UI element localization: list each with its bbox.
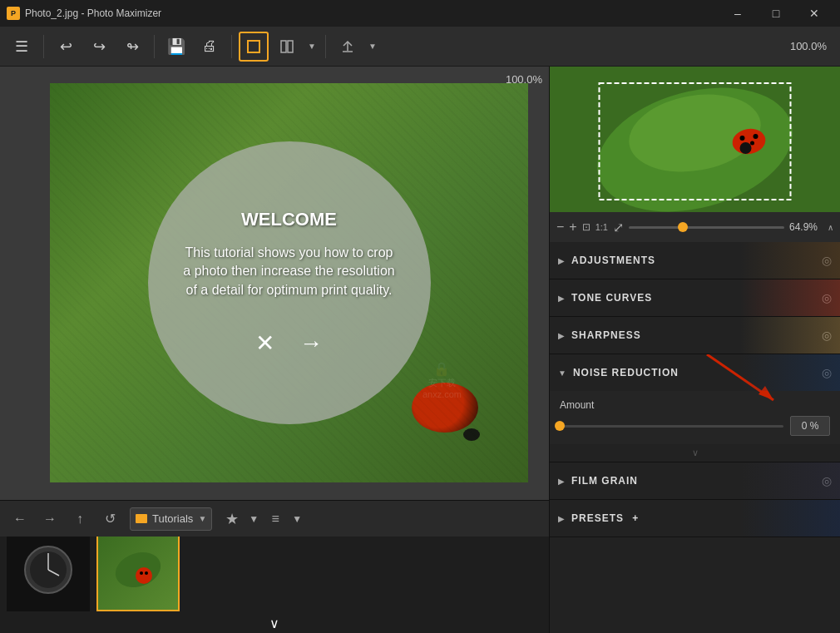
zoom-fit-button[interactable]: ⊡ — [582, 221, 590, 233]
print-button[interactable]: 🖨 — [195, 32, 225, 62]
thumbnail-image-leaf — [96, 537, 180, 611]
folder-selector[interactable]: Tutorials ▼ — [130, 507, 212, 531]
photo-canvas: WELCOME This tutorial shows you how to c… — [50, 83, 528, 482]
zoom-slider-handle[interactable] — [678, 222, 688, 232]
redo2-button[interactable]: ↬ — [117, 32, 147, 62]
noise-reduction-header[interactable]: ▼ NOISE REDUCTION ◎ — [550, 354, 840, 391]
star-button[interactable]: ★ — [219, 506, 245, 532]
zoom-value: 64.9% — [789, 221, 818, 233]
main-layout: 100.0% WELCOME This tutorial shows you h… — [0, 67, 840, 633]
preview-image — [550, 67, 840, 212]
export-button[interactable] — [333, 32, 363, 62]
svg-rect-2 — [288, 41, 293, 52]
sharpness-caret: ▶ — [558, 331, 565, 340]
save-button[interactable]: 💾 — [161, 32, 191, 62]
tutorial-close-icon[interactable]: ✕ — [255, 329, 274, 357]
nav-forward-button[interactable]: → — [37, 506, 63, 532]
thumbnail-image-watch — [7, 537, 90, 611]
folder-name: Tutorials — [152, 512, 193, 525]
photo-background: WELCOME This tutorial shows you how to c… — [50, 83, 528, 482]
minimize-button[interactable]: – — [719, 0, 757, 27]
nav-up-button[interactable]: ↑ — [67, 506, 93, 532]
export-caret-button[interactable]: ▼ — [366, 32, 379, 62]
tutorial-next-icon[interactable]: → — [299, 330, 323, 357]
preview-thumbnail — [550, 67, 840, 212]
nav-bar: ← → ↑ ↺ Tutorials ▼ ★ ▼ ≡ ▼ — [0, 500, 549, 537]
svg-rect-1 — [281, 41, 286, 52]
amount-slider-row: 0 % — [560, 416, 830, 436]
sharpness-section: ▶ SHARPNESS ◎ — [550, 317, 840, 354]
amount-label: Amount — [560, 399, 830, 411]
filter-button[interactable]: ≡ — [262, 506, 289, 532]
toolbar-separator-4 — [325, 35, 326, 58]
tutorial-overlay: WELCOME This tutorial shows you how to c… — [148, 141, 431, 424]
presets-bg — [740, 500, 840, 537]
maximize-button[interactable]: □ — [757, 0, 795, 27]
sharpness-header[interactable]: ▶ SHARPNESS ◎ — [550, 317, 840, 354]
zoom-out-button[interactable]: − — [556, 220, 564, 235]
amount-slider-handle[interactable] — [555, 421, 565, 431]
right-panel: − + ⊡ 1:1 ⤢ 64.9% ∧ ▶ ADJUSTMENTS ◎ — [549, 67, 840, 633]
thumbnail-item[interactable]: Photo_2.jpg — [96, 537, 180, 614]
svg-point-19 — [754, 134, 758, 139]
film-grain-caret: ▶ — [558, 477, 565, 486]
tone-curves-caret: ▶ — [558, 294, 565, 303]
presets-header[interactable]: ▶ PRESETS + — [550, 500, 840, 537]
redo-button[interactable]: ↪ — [84, 32, 114, 62]
adjustments-section: ▶ ADJUSTMENTS ◎ — [550, 242, 840, 279]
folder-icon — [136, 514, 147, 523]
star-caret[interactable]: ▼ — [249, 513, 259, 525]
app-icon: P — [7, 7, 20, 20]
zoom-chevron-up[interactable]: ∧ — [828, 223, 833, 232]
noise-reduction-bg — [740, 354, 840, 391]
panel-sections: ▶ ADJUSTMENTS ◎ ▶ TONE CURVES ◎ ▶ — [550, 242, 840, 633]
filter-caret[interactable]: ▼ — [292, 513, 302, 525]
view-split-button[interactable] — [272, 32, 302, 62]
svg-point-11 — [140, 571, 143, 575]
tone-curves-section: ▶ TONE CURVES ◎ — [550, 279, 840, 317]
nav-rotate-button[interactable]: ↺ — [96, 506, 123, 532]
presets-section: ▶ PRESETS + — [550, 500, 840, 537]
svg-point-18 — [740, 136, 745, 141]
amount-value[interactable]: 0 % — [790, 416, 830, 436]
zoom-in-button[interactable]: + — [569, 220, 576, 235]
undo-button[interactable]: ↩ — [51, 32, 81, 62]
sharpness-bg — [740, 317, 840, 354]
zoom-controls: − + ⊡ 1:1 ⤢ 64.9% ∧ — [550, 212, 840, 242]
view-caret-button[interactable]: ▼ — [305, 32, 319, 62]
adjustments-header[interactable]: ▶ ADJUSTMENTS ◎ — [550, 242, 840, 279]
svg-rect-0 — [248, 41, 259, 52]
title-bar: P Photo_2.jpg - Photo Maximizer – □ ✕ — [0, 0, 840, 27]
presets-caret: ▶ — [558, 514, 565, 523]
noise-reduction-section: ▼ NOISE REDUCTION ◎ Amount 0 % ∨ — [550, 354, 840, 462]
canvas-area[interactable]: 100.0% WELCOME This tutorial shows you h… — [0, 67, 549, 500]
svg-point-10 — [136, 567, 152, 584]
folder-caret: ▼ — [198, 514, 206, 523]
nav-back-button[interactable]: ← — [7, 506, 33, 532]
svg-point-17 — [740, 142, 752, 154]
svg-point-20 — [750, 141, 754, 146]
zoom-expand-button[interactable]: ⤢ — [613, 220, 624, 235]
film-grain-header[interactable]: ▶ FILM GRAIN ◎ — [550, 462, 840, 499]
menu-button[interactable]: ☰ — [7, 32, 37, 62]
presets-plus: + — [632, 512, 639, 524]
noise-reduction-expand-more[interactable]: ∨ — [550, 444, 840, 462]
strip-scroll-indicator: ∨ — [0, 614, 549, 633]
bottom-strip: ← → ↑ ↺ Tutorials ▼ ★ ▼ ≡ ▼ — [0, 500, 549, 633]
zoom-slider[interactable] — [629, 226, 784, 229]
toolbar-separator-2 — [154, 35, 155, 58]
toolbar-separator — [43, 35, 44, 58]
thumbnail-item[interactable]: Photo_1.jpg — [7, 537, 90, 614]
zoom-1to1-button[interactable]: 1:1 — [595, 222, 608, 232]
svg-point-12 — [145, 571, 148, 575]
thumbnail-strip: Photo_1.jpg Photo_2.jpg — [0, 537, 549, 614]
noise-reduction-caret: ▼ — [558, 368, 566, 378]
view-single-button[interactable] — [239, 32, 269, 62]
amount-slider[interactable] — [560, 425, 783, 428]
toolbar-separator-3 — [231, 35, 232, 58]
tone-curves-header[interactable]: ▶ TONE CURVES ◎ — [550, 279, 840, 316]
tutorial-actions: ✕ → — [255, 329, 323, 357]
left-panel: 100.0% WELCOME This tutorial shows you h… — [0, 67, 549, 633]
close-button[interactable]: ✕ — [795, 0, 833, 27]
film-grain-bg — [740, 462, 840, 499]
